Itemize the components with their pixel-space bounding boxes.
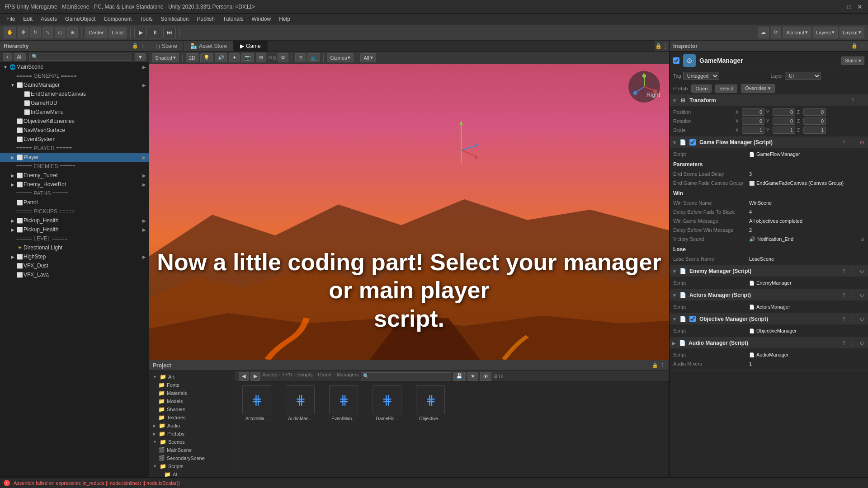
snap-button[interactable]: ⚙ — [278, 53, 288, 62]
space-button[interactable]: Local — [108, 27, 127, 38]
layer-select[interactable]: UI — [785, 72, 821, 80]
pt-item-models[interactable]: 📁 Models — [149, 397, 235, 405]
rotation-x-input[interactable]: 0 — [742, 117, 764, 125]
cloud-button[interactable]: ⟳ — [771, 27, 781, 38]
player-arrow[interactable]: ▶ — [9, 154, 16, 161]
hierarchy-item-gamehud[interactable]: ▶ ⬜ GameHUD — [0, 99, 149, 108]
pt-item-scripts[interactable]: ▼ 📁 Scripts — [149, 462, 235, 470]
hierarchy-filter-button[interactable]: ▼ — [135, 53, 146, 61]
highstep-arrow[interactable]: ▶ — [9, 253, 16, 260]
hierarchy-item-directional-light[interactable]: ▶ ☀ Directional Light — [0, 243, 149, 252]
actors-manager-header[interactable]: ▼ 📄 Actors Manager (Script) ? ⋮ ⊙ — [670, 290, 868, 300]
position-z-input[interactable]: 0 — [803, 108, 826, 116]
objective-manager-ref-button[interactable]: ⊙ — [858, 315, 865, 323]
gizmos-dropdown[interactable]: Gizmos ▾ — [327, 53, 354, 62]
transform-tool-button[interactable]: ⊞ — [67, 27, 78, 38]
menu-publish[interactable]: Publish — [193, 15, 218, 23]
hierarchy-item-endgame[interactable]: ▶ ⬜ EndGameFadeCanvas — [0, 89, 149, 99]
actors-manager-settings-button[interactable]: ⋮ — [849, 291, 856, 299]
project-lock-icon[interactable]: 🔒 — [652, 362, 658, 368]
assets-bookmark-button[interactable]: ★ — [467, 372, 478, 381]
pt-item-shaders[interactable]: 📁 Shaders — [149, 405, 235, 413]
assets-back-button[interactable]: ◀ — [239, 372, 249, 381]
menu-assets[interactable]: Assets — [37, 15, 61, 23]
transform-header[interactable]: ▼ ⊞ Transform ? ⋮ — [670, 95, 868, 106]
pickup1-arrow[interactable]: ▶ — [9, 217, 16, 224]
hierarchy-item-patrol[interactable]: ▶ ⬜ Patrol — [0, 198, 149, 207]
layers-button[interactable]: Layers ▾ — [813, 27, 838, 38]
gameflow-settings-button[interactable]: ⋮ — [849, 139, 856, 146]
gameflow-help-button[interactable]: ? — [840, 139, 847, 146]
static-dropdown[interactable]: Static ▾ — [841, 56, 864, 65]
rect-tool-button[interactable]: ▭ — [55, 27, 66, 38]
pt-item-materials[interactable]: 📁 Materials — [149, 389, 235, 397]
project-more-icon[interactable]: ⋮ — [660, 362, 665, 368]
move-tool-button[interactable]: ✥ — [18, 27, 28, 38]
menu-file[interactable]: File — [3, 15, 19, 23]
inspector-lock-icon[interactable]: 🔒 — [851, 43, 858, 49]
close-button[interactable]: ✕ — [856, 3, 863, 10]
pt-item-ai[interactable]: ▶ 📁 AI — [149, 470, 235, 477]
hierarchy-item-pickup1[interactable]: ▶ ⬜ Pickup_Health ▶ — [0, 216, 149, 225]
hierarchy-item-player[interactable]: ▶ ⬜ Player ▶ — [0, 153, 149, 162]
hierarchy-all-button[interactable]: All — [14, 53, 25, 61]
hierarchy-item-objective[interactable]: ▶ ⬜ ObjectiveKillEnemies — [0, 117, 149, 126]
minimize-button[interactable]: ─ — [835, 3, 842, 10]
render-scale-button[interactable]: ⊡ — [295, 53, 306, 62]
menu-tutorials[interactable]: Tutorials — [219, 15, 247, 23]
hierarchy-lock-icon[interactable]: 🔒 — [132, 43, 138, 49]
pickup2-arrow[interactable]: ▶ — [9, 226, 16, 233]
collab-button[interactable]: ☁ — [758, 27, 769, 38]
hierarchy-item-vfxlava[interactable]: ▶ ⬜ VFX_Lava — [0, 270, 149, 279]
prefab-select-button[interactable]: Select — [715, 84, 737, 93]
rotation-z-input[interactable]: 0 — [803, 117, 826, 125]
hierarchy-add-button[interactable]: + — [3, 53, 12, 61]
maximize-button[interactable]: □ — [845, 3, 853, 10]
pivot-button[interactable]: Center — [85, 27, 107, 38]
all-button[interactable]: All ▾ — [360, 53, 376, 62]
pt-item-mainscene[interactable]: 🎬 MainScene — [149, 446, 235, 454]
scale-tool-button[interactable]: ⤡ — [42, 27, 53, 38]
audio-button[interactable]: 🔊 — [215, 53, 227, 62]
gameflow-header[interactable]: ▼ 📄 Game Flow Manager (Script) ? ⋮ ⊙ — [670, 137, 868, 148]
scale-x-input[interactable]: 1 — [742, 127, 764, 134]
hoverbot-arrow[interactable]: ▶ — [9, 181, 16, 188]
hierarchy-item-mainscene[interactable]: ▼ 🌐 MainScene ▶ — [0, 62, 149, 71]
rotate-tool-button[interactable]: ↻ — [30, 27, 41, 38]
asset-objectivemanager[interactable]: ⋕ Objective... — [412, 385, 448, 421]
pt-item-scenes[interactable]: ▼ 📁 Scenes — [149, 438, 235, 446]
menu-window[interactable]: Window — [248, 15, 274, 23]
tab-game[interactable]: ▶ Game — [234, 41, 268, 51]
hierarchy-item-vfxdust[interactable]: ▶ ⬜ VFX_Dust — [0, 261, 149, 270]
assets-save-button[interactable]: 💾 — [453, 372, 466, 381]
assets-forward-button[interactable]: ▶ — [250, 372, 260, 381]
pt-item-audio[interactable]: ▶ 📁 Audio — [149, 422, 235, 430]
objective-manager-settings-button[interactable]: ⋮ — [849, 315, 856, 323]
hierarchy-item-pickup2[interactable]: ▶ ⬜ Pickup_Health ▶ — [0, 225, 149, 234]
rotation-y-input[interactable]: 0 — [773, 117, 795, 125]
pt-item-secondaryscene[interactable]: 🎬 SecondaryScene — [149, 454, 235, 462]
2d-button[interactable]: 2D — [186, 53, 198, 62]
objective-manager-active-checkbox[interactable] — [689, 316, 696, 322]
gameflow-error-button[interactable]: ⊙ — [858, 139, 865, 146]
mainscene-arrow[interactable]: ▼ — [2, 63, 9, 70]
aspect-button[interactable]: 📺 — [307, 53, 320, 62]
tag-select[interactable]: Untagged — [683, 72, 719, 80]
fx-button[interactable]: ✦ — [229, 53, 240, 62]
audio-manager-help-button[interactable]: ? — [840, 339, 847, 347]
gameflow-active-checkbox[interactable] — [689, 139, 696, 145]
lighting-button[interactable]: 💡 — [200, 53, 213, 62]
breadcrumb-scripts[interactable]: Scripts — [297, 372, 313, 377]
menu-edit[interactable]: Edit — [19, 15, 36, 23]
hierarchy-more-icon[interactable]: ⋮ — [140, 43, 145, 49]
assets-hide-button[interactable]: 👁 — [480, 372, 491, 381]
enemy-manager-help-button[interactable]: ? — [840, 267, 847, 275]
menu-gameobject[interactable]: GameObject — [61, 15, 99, 23]
tab-scene[interactable]: ◻ Scene — [149, 41, 184, 51]
menu-tools[interactable]: Tools — [136, 15, 156, 23]
audio-manager-header[interactable]: ▶ 📄 Audio Manager (Script) ? ⋮ ⊙ — [670, 338, 868, 348]
actors-manager-help-button[interactable]: ? — [840, 291, 847, 299]
pt-item-prefabs[interactable]: ▶ 📁 Prefabs — [149, 430, 235, 438]
breadcrumb-managers[interactable]: Managers — [337, 372, 359, 377]
scene-panel-more[interactable]: ⋮ — [662, 41, 669, 52]
